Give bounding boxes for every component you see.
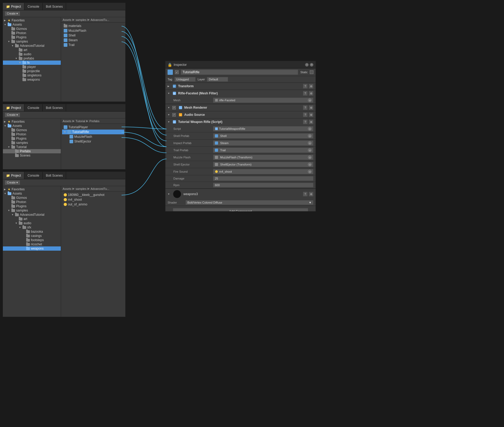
advanced-tutorial-3[interactable]: ▼ AdvancedTutorial bbox=[3, 213, 61, 217]
photon-2[interactable]: Photon bbox=[3, 132, 61, 136]
file-materials[interactable]: materials bbox=[62, 24, 124, 28]
shell-prefab-circle-btn[interactable]: ◎ bbox=[308, 134, 312, 138]
assets-3[interactable]: ▼ Assets bbox=[3, 191, 61, 196]
material-btn-doc[interactable]: ? bbox=[303, 192, 308, 196]
tab-bolt-1[interactable]: Bolt Scenes bbox=[43, 3, 66, 10]
audio-source-header[interactable]: ▼ ✓ ♪ Audio Source ? ⚙ bbox=[165, 111, 316, 118]
advanced-tutorial-1[interactable]: ▼ AdvancedTutorial bbox=[3, 44, 61, 48]
script-circle-btn[interactable]: ◎ bbox=[308, 127, 312, 131]
favorites-1[interactable]: ▶ ★ Favorites bbox=[3, 18, 61, 22]
audio-3[interactable]: ▼ audio bbox=[3, 221, 61, 225]
file-tutorial-player[interactable]: TutorialPlayer bbox=[62, 125, 124, 130]
create-button-3[interactable]: Create ▾ bbox=[4, 180, 20, 185]
file-trail[interactable]: Trail bbox=[62, 43, 124, 47]
create-button-2[interactable]: Create ▾ bbox=[4, 112, 20, 117]
gameobject-name-input[interactable] bbox=[181, 70, 298, 75]
gameobject-checkbox[interactable]: ✓ bbox=[175, 70, 179, 74]
damage-value[interactable]: 25 bbox=[213, 176, 313, 181]
samples-1[interactable]: ▼ samples bbox=[3, 39, 61, 44]
mesh-renderer-btn-doc[interactable]: ? bbox=[303, 105, 308, 110]
art-3[interactable]: art bbox=[3, 217, 61, 221]
shell-ejector-circle-btn[interactable]: ◎ bbox=[308, 163, 312, 166]
file-shell-ejector[interactable]: ShellEjector bbox=[62, 139, 124, 144]
favorites-2[interactable]: ▶ ★ Favorites bbox=[3, 120, 61, 124]
art-1[interactable]: art bbox=[3, 48, 61, 52]
assets-1[interactable]: ▼ Assets bbox=[3, 22, 61, 27]
tab-console-1[interactable]: Console bbox=[24, 3, 43, 10]
trail-prefab-circle-btn[interactable]: ◎ bbox=[308, 148, 312, 152]
script-btn-doc[interactable]: ? bbox=[303, 120, 308, 124]
tab-console-3[interactable]: Console bbox=[24, 172, 43, 179]
weapons-3[interactable]: weapons bbox=[3, 246, 61, 251]
plugins-1[interactable]: Plugins bbox=[3, 35, 61, 39]
casings-3[interactable]: casings bbox=[3, 234, 61, 238]
add-component-button[interactable]: Add Component bbox=[173, 208, 308, 211]
assets-2[interactable]: ▼ Assets bbox=[3, 124, 61, 128]
inspector-tab[interactable]: 🔒 Inspector bbox=[168, 63, 187, 67]
tab-project-3[interactable]: 📁 Project bbox=[3, 172, 24, 179]
gizmos-3[interactable]: Gizmos bbox=[3, 196, 61, 200]
prefabs-1[interactable]: ▼ prefabs bbox=[3, 56, 61, 61]
file-gunshot[interactable]: 180960__kleeb__gunshot bbox=[62, 192, 124, 197]
file-steam[interactable]: Steam bbox=[62, 38, 124, 43]
tab-bolt-2[interactable]: Bolt Scenes bbox=[43, 104, 66, 111]
photon-3[interactable]: Photon bbox=[3, 200, 61, 204]
prefabs-2[interactable]: Prefabs bbox=[3, 149, 61, 153]
projectile-1[interactable]: projectile bbox=[3, 69, 61, 73]
audio-1[interactable]: audio bbox=[3, 52, 61, 56]
photon-1[interactable]: Photon bbox=[3, 31, 61, 35]
tutorial-2[interactable]: ▼ Tutorial bbox=[3, 145, 61, 149]
transform-btn-gear[interactable]: ⚙ bbox=[309, 84, 313, 89]
tab-console-2[interactable]: Console bbox=[24, 104, 43, 111]
mesh-renderer-btn-gear[interactable]: ⚙ bbox=[309, 105, 313, 110]
tab-project-2[interactable]: 📁 Project bbox=[3, 104, 24, 111]
rpm-value[interactable]: 600 bbox=[213, 183, 313, 187]
audio-source-checkbox[interactable]: ✓ bbox=[172, 113, 176, 117]
fx-1[interactable]: ▼ fx bbox=[3, 61, 61, 65]
impact-prefab-circle-btn[interactable]: ◎ bbox=[308, 141, 312, 145]
script-header[interactable]: ▼ C Tutorial Weapon Rifle (Script) ? ⚙ bbox=[165, 118, 316, 125]
file-out-of-ammo[interactable]: out_of_ammo bbox=[62, 202, 124, 207]
layer-dropdown[interactable]: Default bbox=[207, 77, 228, 82]
mesh-filter-btn-doc[interactable]: ? bbox=[303, 91, 308, 96]
win-btn-2[interactable]: ⊞ bbox=[310, 63, 313, 67]
mesh-filter-btn-gear[interactable]: ⚙ bbox=[309, 91, 313, 96]
create-button-1[interactable]: Create ▾ bbox=[4, 11, 20, 16]
tab-project-1[interactable]: 📁 Project bbox=[3, 3, 24, 10]
ricochet-3[interactable]: ricochet bbox=[3, 242, 61, 246]
favorites-3[interactable]: ▶ ★ Favorites bbox=[3, 187, 61, 191]
footsteps-3[interactable]: footsteps bbox=[3, 238, 61, 242]
transform-header[interactable]: ▶ T Transform ? ⚙ bbox=[165, 83, 316, 90]
fire-sound-circle-btn[interactable]: ◎ bbox=[308, 170, 312, 173]
tab-bolt-3[interactable]: Bolt Scenes bbox=[43, 172, 66, 179]
mesh-circle-btn[interactable]: ◎ bbox=[308, 98, 312, 102]
singletons-1[interactable]: singletons bbox=[3, 73, 61, 77]
file-tutorial-rifle[interactable]: ▼ TutorialRifle bbox=[62, 130, 124, 134]
plugins-3[interactable]: Plugins bbox=[3, 204, 61, 208]
audio-source-btn-doc[interactable]: ? bbox=[303, 112, 308, 117]
gizmos-2[interactable]: Gizmos bbox=[3, 128, 61, 132]
plugins-2[interactable]: Plugins bbox=[3, 136, 61, 141]
win-btn-1[interactable]: ⊡ bbox=[305, 63, 309, 67]
file-shell[interactable]: Shell bbox=[62, 33, 124, 38]
mesh-renderer-header[interactable]: ▼ ✓ Mesh Renderer ? ⚙ bbox=[165, 104, 316, 111]
material-btn-gear[interactable]: ⚙ bbox=[309, 192, 313, 196]
script-btn-gear[interactable]: ⚙ bbox=[309, 120, 313, 124]
transform-btn-doc[interactable]: ? bbox=[303, 84, 308, 89]
tag-dropdown[interactable]: Untagged bbox=[174, 77, 196, 82]
samples-2[interactable]: samples bbox=[3, 141, 61, 145]
audio-source-btn-gear[interactable]: ⚙ bbox=[309, 112, 313, 117]
gizmos-1[interactable]: Gizmos bbox=[3, 27, 61, 31]
sfx-3[interactable]: ▼ sfx bbox=[3, 225, 61, 229]
file-m4-shoot[interactable]: m4_shoot bbox=[62, 197, 124, 202]
samples-3[interactable]: ▼ samples bbox=[3, 208, 61, 213]
weapons-1[interactable]: weapons bbox=[3, 77, 61, 82]
shader-dropdown[interactable]: Bolt/Vertex Colored Diffuse ▼ bbox=[186, 200, 313, 205]
player-1[interactable]: player bbox=[3, 65, 61, 69]
bazooka-3[interactable]: bazooka bbox=[3, 229, 61, 234]
static-checkbox[interactable] bbox=[310, 70, 313, 74]
scenes-2[interactable]: Scenes bbox=[3, 153, 61, 158]
mesh-renderer-checkbox[interactable]: ✓ bbox=[172, 106, 176, 109]
file-muzzleflash-child[interactable]: MuzzleFlash bbox=[62, 134, 124, 139]
mesh-filter-header[interactable]: ▼ M Rifle-Faceted (Mesh Filter) ? ⚙ bbox=[165, 90, 316, 97]
